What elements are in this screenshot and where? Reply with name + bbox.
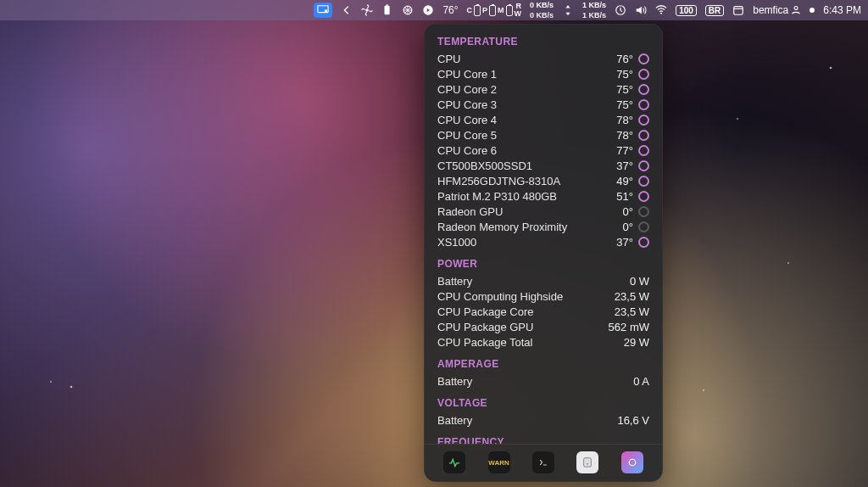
stat-row: CPU Core 175° <box>437 66 649 81</box>
stat-row: CPU Package Total29 W <box>437 334 649 350</box>
menubar: 76° C P M RW 0 KB/s 0 KB/s 1 KB/s 1 KB/s… <box>0 0 868 20</box>
stat-label: Radeon Memory Proximity <box>437 221 567 233</box>
menubar-input-source[interactable]: BR <box>705 5 724 16</box>
stat-value: 562 mW <box>609 321 649 333</box>
stat-row: HFM256GDJTNG-8310A49° <box>437 173 649 188</box>
stat-value: 51° <box>616 190 649 203</box>
temp-ring-icon <box>638 69 649 80</box>
bar-icon <box>489 5 496 16</box>
menubar-chevron-left[interactable] <box>341 4 353 16</box>
menubar-monitor-item[interactable] <box>361 4 373 16</box>
stat-row: Battery0 W <box>437 273 649 288</box>
menubar-clock-icon[interactable] <box>615 4 626 16</box>
chevron-left-icon <box>341 4 353 16</box>
menubar-temp[interactable]: 76° <box>442 4 458 16</box>
stat-value: 75° <box>616 68 649 81</box>
menubar-clock[interactable]: 6:43 PM <box>823 4 861 16</box>
menubar-battery-pct[interactable]: 100 <box>676 5 697 16</box>
disk-icon <box>581 456 593 468</box>
stat-row: CPU Core 677° <box>437 143 649 158</box>
stat-label: CPU Core 6 <box>437 144 497 157</box>
stat-value: 16,6 V <box>617 414 649 427</box>
temp-ring-icon <box>638 145 649 156</box>
stat-row: XS100037° <box>437 234 649 249</box>
updown-icon <box>562 4 574 16</box>
user-switch-icon <box>791 5 801 15</box>
stat-label: CPU Core 2 <box>437 83 497 96</box>
temp-ring-icon <box>638 130 649 141</box>
dock-app-disk[interactable] <box>576 451 598 473</box>
openai-icon <box>402 4 414 16</box>
menubar-volume[interactable] <box>635 4 647 16</box>
stat-value: 78° <box>616 114 649 126</box>
stat-label: HFM256GDJTNG-8310A <box>437 175 560 188</box>
menubar-openai-item[interactable] <box>402 4 414 16</box>
temp-ring-icon <box>638 206 649 217</box>
menubar-datetime-icon[interactable] <box>732 4 744 16</box>
temp-ring-icon <box>638 221 649 232</box>
menubar-play-item[interactable] <box>422 4 434 16</box>
menubar-wifi[interactable] <box>655 4 667 16</box>
svg-rect-4 <box>387 4 389 5</box>
calendar-icon <box>732 4 744 16</box>
panel-dock: WARN <box>424 444 663 482</box>
menubar-battery-small[interactable] <box>381 4 393 16</box>
section-title-frequency: FREQUENCY <box>437 436 649 444</box>
temp-ring-icon <box>638 99 649 110</box>
stat-row: CT500BX500SSD137° <box>437 158 649 173</box>
stat-value: 77° <box>616 144 649 157</box>
menubar-user[interactable]: bemfica <box>753 4 801 16</box>
play-circle-icon <box>422 4 434 16</box>
bar-icon <box>474 5 481 16</box>
menubar-cpu-bars[interactable]: C P M RW <box>467 3 522 18</box>
stat-row: Patriot M.2 P310 480GB51° <box>437 188 649 204</box>
stat-row: CPU Core 375° <box>437 97 649 112</box>
svg-rect-3 <box>385 6 390 15</box>
menubar-net-right[interactable]: 1 KB/s 1 KB/s <box>582 2 606 20</box>
temp-ring-icon <box>638 53 649 64</box>
stat-label: Battery <box>437 375 472 388</box>
stat-label: Battery <box>437 275 472 288</box>
svg-point-12 <box>587 463 588 465</box>
svg-point-2 <box>366 8 370 12</box>
rw-indicator: RW <box>515 3 522 18</box>
stat-value: 37° <box>616 160 649 172</box>
svg-point-10 <box>794 6 798 9</box>
speaker-icon <box>635 4 647 16</box>
stat-label: CPU Core 3 <box>437 98 497 111</box>
stat-label: CPU Computing Highside <box>437 290 563 303</box>
stat-label: Patriot M.2 P310 480GB <box>437 190 557 203</box>
section-title-voltage: VOLTAGE <box>437 397 649 409</box>
stat-row: CPU Computing Highside23,5 W <box>437 288 649 304</box>
terminal-icon <box>538 457 548 467</box>
stat-row: Radeon GPU0° <box>437 204 649 219</box>
menubar-net-left[interactable]: 0 KB/s 0 KB/s <box>530 2 554 20</box>
dock-app-console[interactable]: WARN <box>488 451 510 473</box>
stat-label: CPU Core 5 <box>437 129 497 142</box>
stat-label: CPU Package Core <box>437 305 533 318</box>
dock-app-activity[interactable] <box>443 451 465 473</box>
svg-point-8 <box>660 13 662 14</box>
stat-value: 29 W <box>624 336 649 349</box>
section-title-power: POWER <box>437 258 649 270</box>
temp-ring-icon <box>638 84 649 95</box>
svg-point-13 <box>629 459 636 466</box>
temp-ring-icon <box>638 115 649 126</box>
bar-icon <box>506 5 513 16</box>
stat-label: CPU Core 4 <box>437 114 497 126</box>
stat-label: CT500BX500SSD1 <box>437 160 532 172</box>
swirl-icon <box>627 457 637 467</box>
stat-row: Radeon Memory Proximity0° <box>437 219 649 234</box>
stat-row: CPU Package Core23,5 W <box>437 304 649 319</box>
stat-row: CPU76° <box>437 51 649 66</box>
screen-share-indicator[interactable] <box>314 3 332 18</box>
stat-row: CPU Package GPU562 mW <box>437 319 649 334</box>
battery-icon <box>381 4 393 16</box>
menubar-dot <box>810 8 815 13</box>
dock-app-terminal[interactable] <box>532 451 554 473</box>
stat-value: 76° <box>616 53 649 65</box>
stat-label: CPU Package GPU <box>437 321 533 333</box>
temp-ring-icon <box>638 160 649 171</box>
dock-app-sensei[interactable] <box>621 451 643 473</box>
stat-value: 78° <box>616 129 649 142</box>
